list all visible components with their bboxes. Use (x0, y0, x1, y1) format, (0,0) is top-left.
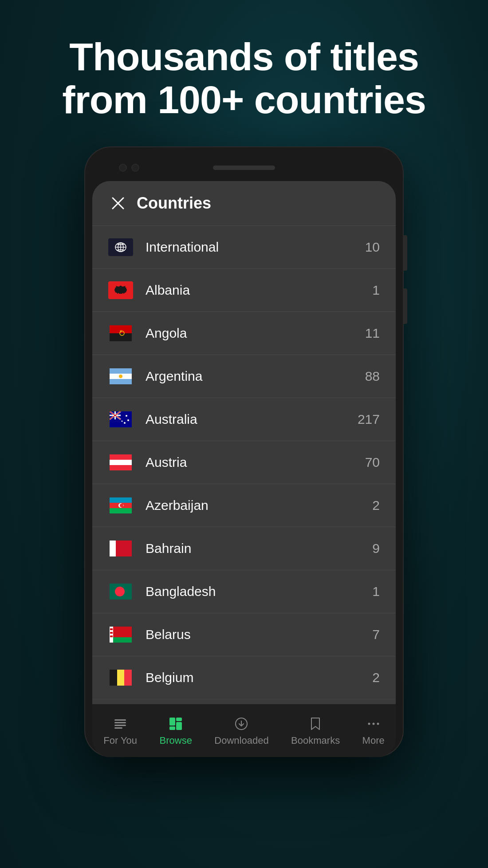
svg-point-64 (372, 722, 374, 725)
flag-albania (108, 281, 133, 299)
country-name-angola: Angola (146, 326, 365, 341)
country-item-australia[interactable]: Australia 217 (92, 398, 396, 441)
svg-rect-46 (110, 635, 113, 637)
hero-section: Thousands of titles from 100+ countries (0, 36, 488, 122)
flag-angola (108, 324, 133, 342)
phone-speaker (213, 166, 275, 170)
country-name-international: International (146, 240, 365, 255)
svg-rect-9 (110, 333, 132, 341)
country-count-albania: 1 (372, 283, 380, 298)
nav-label-downloaded: Downloaded (214, 735, 268, 746)
svg-point-40 (115, 587, 125, 596)
svg-point-14 (119, 375, 122, 378)
more-icon (365, 715, 382, 732)
svg-rect-54 (114, 722, 126, 723)
svg-rect-27 (110, 454, 132, 460)
browse-icon (167, 715, 184, 732)
country-item-bahrain[interactable]: Bahrain 9 (92, 527, 396, 570)
svg-rect-53 (114, 719, 126, 721)
country-name-argentina: Argentina (146, 369, 365, 384)
flag-bangladesh (108, 583, 133, 600)
country-count-australia: 217 (358, 412, 380, 427)
nav-item-more[interactable]: More (354, 711, 394, 750)
bottom-navigation: For You Browse (92, 704, 396, 749)
screen-header: Countries (92, 181, 396, 225)
svg-point-25 (124, 422, 126, 424)
country-name-albania: Albania (146, 283, 372, 298)
flag-belarus (108, 626, 133, 643)
svg-point-65 (377, 722, 379, 725)
country-count-belarus: 7 (372, 627, 380, 642)
country-item-bangladesh[interactable]: Bangladesh 1 (92, 570, 396, 613)
close-button[interactable] (108, 193, 128, 213)
phone-camera-right (131, 164, 139, 172)
svg-rect-45 (110, 632, 113, 634)
country-name-belgium: Belgium (146, 670, 372, 685)
svg-rect-58 (176, 718, 182, 721)
phone-shell: Countries (84, 146, 404, 757)
side-button-volume-down (404, 288, 407, 324)
svg-rect-48 (117, 670, 124, 686)
svg-rect-28 (110, 460, 132, 465)
country-item-albania[interactable]: Albania 1 (92, 268, 396, 312)
country-count-austria: 70 (365, 455, 380, 470)
svg-point-63 (368, 722, 370, 725)
bookmark-icon (307, 715, 324, 732)
svg-rect-59 (176, 722, 182, 730)
country-count-bahrain: 9 (372, 541, 380, 556)
flag-bahrain (108, 540, 133, 557)
svg-rect-37 (110, 541, 116, 556)
svg-rect-44 (110, 628, 113, 630)
svg-marker-38 (116, 541, 119, 556)
svg-rect-11 (110, 368, 132, 374)
svg-rect-60 (169, 726, 175, 730)
svg-rect-47 (110, 670, 117, 686)
country-name-bahrain: Bahrain (146, 541, 372, 556)
nav-item-browse[interactable]: Browse (151, 711, 201, 750)
country-count-argentina: 88 (365, 369, 380, 384)
country-item-belarus[interactable]: Belarus 7 (92, 613, 396, 656)
country-name-belarus: Belarus (146, 627, 372, 642)
svg-rect-57 (169, 718, 175, 726)
country-item-azerbaijan[interactable]: Azerbaijan 2 (92, 484, 396, 527)
country-item-international[interactable]: International 10 (92, 225, 396, 268)
flag-international (108, 238, 133, 256)
svg-rect-29 (110, 465, 132, 470)
country-count-international: 10 (365, 240, 380, 255)
nav-label-for-you: For You (103, 735, 137, 746)
country-item-belgium[interactable]: Belgium 2 (92, 656, 396, 699)
flag-azerbaijan (108, 497, 133, 514)
country-item-argentina[interactable]: Argentina 88 (92, 355, 396, 398)
nav-item-for-you[interactable]: For You (94, 711, 146, 750)
svg-rect-56 (114, 727, 122, 729)
nav-item-downloaded[interactable]: Downloaded (205, 711, 277, 750)
country-count-bangladesh: 1 (372, 584, 380, 599)
flag-argentina (108, 367, 133, 385)
country-count-belgium: 2 (372, 670, 380, 685)
svg-point-26 (122, 421, 123, 422)
nav-label-browse: Browse (160, 735, 192, 746)
header-title: Countries (137, 194, 211, 213)
list-icon (112, 715, 129, 732)
flag-belgium (108, 669, 133, 687)
svg-rect-32 (110, 508, 132, 513)
side-button-volume-up (404, 235, 407, 271)
country-item-angola[interactable]: Angola 11 (92, 312, 396, 355)
country-name-austria: Austria (146, 455, 365, 470)
svg-rect-13 (110, 379, 132, 384)
country-name-azerbaijan: Azerbaijan (146, 498, 372, 513)
flag-australia (108, 410, 133, 428)
svg-rect-30 (110, 497, 132, 503)
phone-camera-left (119, 164, 127, 172)
country-item-austria[interactable]: Austria 70 (92, 441, 396, 484)
svg-point-24 (127, 419, 129, 421)
nav-label-more: More (362, 735, 385, 746)
svg-point-23 (126, 415, 127, 417)
svg-rect-55 (114, 725, 126, 726)
country-name-bangladesh: Bangladesh (146, 584, 372, 599)
country-name-australia: Australia (146, 412, 358, 427)
nav-item-bookmarks[interactable]: Bookmarks (282, 711, 349, 750)
country-count-angola: 11 (365, 326, 380, 341)
country-list: International 10 Albania 1 (92, 225, 396, 742)
svg-rect-49 (124, 670, 132, 686)
